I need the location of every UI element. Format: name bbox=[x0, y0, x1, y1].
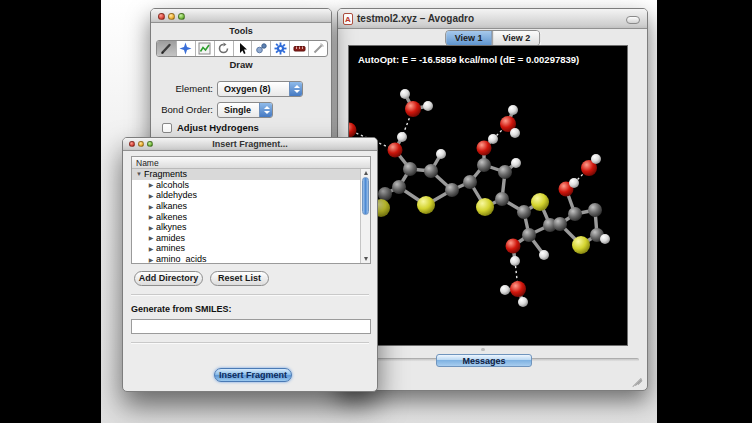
add-directory-button[interactable]: Add Directory bbox=[134, 271, 203, 286]
screen: A testmol2.xyz – Avogadro View 1 View 2 … bbox=[0, 0, 752, 423]
ruler-icon bbox=[293, 42, 306, 55]
align-tool-button[interactable] bbox=[308, 41, 327, 56]
dialog-title: Insert Fragment... bbox=[123, 138, 377, 151]
view-tabbar: View 1 View 2 bbox=[445, 30, 541, 46]
selection-tool-button[interactable] bbox=[233, 41, 252, 56]
fragment-tree-item[interactable]: ▶alkynes bbox=[132, 222, 360, 233]
stepper-icon bbox=[259, 103, 272, 117]
resize-grip[interactable] bbox=[629, 372, 643, 386]
splitter-handle[interactable] bbox=[481, 348, 485, 351]
tools-window-titlebar[interactable] bbox=[151, 9, 331, 23]
disclosure-closed-icon[interactable]: ▶ bbox=[146, 213, 156, 220]
cursor-icon bbox=[236, 42, 249, 55]
pencil-icon bbox=[160, 42, 173, 55]
fragment-tree-item[interactable]: ▶amines bbox=[132, 243, 360, 254]
list-scrollbar[interactable] bbox=[360, 169, 370, 263]
tree-item-label: alkanes bbox=[156, 201, 187, 211]
list-header[interactable]: Name bbox=[132, 157, 370, 169]
wand-icon bbox=[312, 42, 325, 55]
manipulate-tool-button[interactable] bbox=[214, 41, 233, 56]
window-title: testmol2.xyz – Avogadro bbox=[357, 9, 474, 29]
tree-item-label: amides bbox=[156, 233, 185, 243]
reset-list-button[interactable]: Reset List bbox=[210, 271, 269, 286]
bond-order-value: Single bbox=[224, 103, 251, 117]
scrollbar-thumb[interactable] bbox=[362, 177, 369, 215]
tools-dock-title: Tools bbox=[229, 26, 252, 36]
bond-order-label: Bond Order: bbox=[151, 102, 213, 118]
avogadro-main-window: A testmol2.xyz – Avogadro View 1 View 2 … bbox=[337, 8, 648, 391]
auto-optimize-tool-button[interactable] bbox=[270, 41, 289, 56]
fragment-tree-item[interactable]: ▶alkanes bbox=[132, 201, 360, 212]
tab-view-2[interactable]: View 2 bbox=[493, 31, 540, 45]
separator bbox=[131, 294, 369, 296]
auto-rotate-tool-button[interactable] bbox=[251, 41, 270, 56]
main-window-titlebar[interactable]: A testmol2.xyz – Avogadro bbox=[338, 9, 647, 29]
document-icon: A bbox=[343, 13, 353, 25]
adjust-hydrogens-label: Adjust Hydrogens bbox=[177, 122, 259, 133]
autoopt-status-text: AutoOpt: E = -16.5859 kcal/mol (dE = 0.0… bbox=[358, 54, 579, 65]
tree-item-label: alkenes bbox=[156, 212, 187, 222]
tree-item-label: alkynes bbox=[156, 222, 187, 232]
disclosure-closed-icon[interactable]: ▶ bbox=[146, 224, 156, 231]
gear-icon bbox=[274, 42, 287, 55]
fragment-tree-item[interactable]: ▶alcohols bbox=[132, 180, 360, 191]
disclosure-closed-icon[interactable]: ▶ bbox=[146, 234, 156, 241]
tool-selector bbox=[156, 40, 328, 57]
scroll-up-icon[interactable] bbox=[364, 171, 368, 175]
tree-root-label: Fragments bbox=[144, 169, 187, 179]
disclosure-open-icon[interactable]: ▼ bbox=[134, 171, 144, 177]
gl-viewport[interactable]: AutoOpt: E = -16.5859 kcal/mol (dE = 0.0… bbox=[348, 45, 628, 346]
measure-tool-button[interactable] bbox=[289, 41, 308, 56]
insert-fragment-dialog: Insert Fragment... Name ▼ Fragments ▶alc… bbox=[122, 137, 378, 392]
fragment-tree-item[interactable]: ▶aldehydes bbox=[132, 190, 360, 201]
scroll-down-icon[interactable] bbox=[364, 257, 368, 261]
draw-tool-button[interactable] bbox=[157, 41, 176, 56]
element-label: Element: bbox=[151, 81, 213, 97]
element-dropdown[interactable]: Oxygen (8) bbox=[217, 81, 303, 97]
separator bbox=[131, 342, 369, 344]
fragment-tree-item[interactable]: ▶amino_acids bbox=[132, 254, 360, 264]
disclosure-closed-icon[interactable]: ▶ bbox=[146, 203, 156, 210]
rotate-icon bbox=[217, 42, 230, 55]
navigate-star-icon bbox=[179, 42, 192, 55]
stepper-icon bbox=[289, 82, 302, 96]
disclosure-closed-icon[interactable]: ▶ bbox=[146, 256, 156, 263]
molecule-render bbox=[349, 46, 628, 346]
disclosure-closed-icon[interactable]: ▶ bbox=[146, 192, 156, 199]
disclosure-closed-icon[interactable]: ▶ bbox=[146, 245, 156, 252]
disclosure-closed-icon[interactable]: ▶ bbox=[146, 181, 156, 188]
element-value: Oxygen (8) bbox=[224, 82, 271, 96]
fragment-tree-item[interactable]: ▶alkenes bbox=[132, 211, 360, 222]
fragment-tree-root[interactable]: ▼ Fragments bbox=[132, 169, 360, 180]
bond-order-dropdown[interactable]: Single bbox=[217, 102, 273, 118]
navigate-tool-button[interactable] bbox=[176, 41, 195, 56]
tools-window: Tools □ × bbox=[150, 8, 332, 148]
linked-atoms-icon bbox=[255, 42, 268, 55]
fragment-list-items: ▼ Fragments ▶alcohols▶aldehydes▶alkanes▶… bbox=[132, 169, 360, 263]
smiles-label: Generate from SMILES: bbox=[131, 304, 232, 314]
dialog-titlebar[interactable]: Insert Fragment... bbox=[123, 138, 377, 151]
chart-icon bbox=[198, 42, 211, 55]
tree-item-label: amino_acids bbox=[156, 254, 207, 264]
tool-section-label: Draw bbox=[151, 59, 331, 70]
tree-item-label: amines bbox=[156, 243, 185, 253]
smiles-input[interactable] bbox=[131, 319, 371, 334]
bond-centric-tool-button[interactable] bbox=[195, 41, 214, 56]
tree-item-label: alcohols bbox=[156, 180, 189, 190]
fragment-list: Name ▼ Fragments ▶alcohols▶aldehydes▶alk… bbox=[131, 156, 371, 264]
tools-dock-header[interactable]: Tools □ × bbox=[151, 24, 331, 39]
fragment-tree-item[interactable]: ▶amides bbox=[132, 233, 360, 244]
zoom-button[interactable] bbox=[178, 13, 185, 20]
messages-button[interactable]: Messages bbox=[436, 354, 532, 367]
tree-item-label: aldehydes bbox=[156, 190, 197, 200]
insert-fragment-button[interactable]: Insert Fragment bbox=[214, 368, 292, 382]
toolbar-lozenge-button[interactable] bbox=[626, 16, 640, 24]
adjust-hydrogens-checkbox[interactable] bbox=[162, 123, 172, 133]
tab-view-1[interactable]: View 1 bbox=[446, 31, 493, 45]
minimize-button[interactable] bbox=[168, 13, 175, 20]
close-button[interactable] bbox=[158, 13, 165, 20]
